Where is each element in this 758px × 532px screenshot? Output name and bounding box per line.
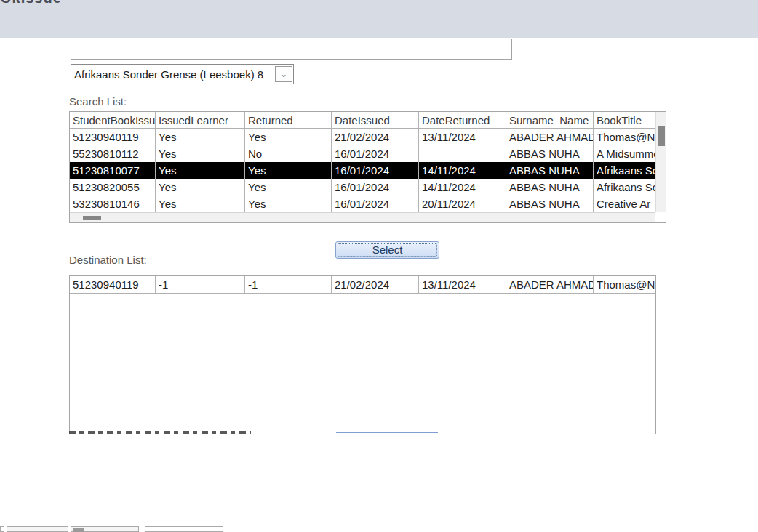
column-header: IssuedLearner <box>156 112 245 128</box>
cell: Yes <box>245 129 332 145</box>
cell: 51230940119 <box>70 276 156 293</box>
cell: Yes <box>156 129 245 145</box>
cell: ABADER AHMAD <box>506 276 594 293</box>
record-nav-fragment-thumb <box>73 528 84 532</box>
select-button[interactable]: Select <box>335 241 439 259</box>
list-item[interactable]: 53230810146 Yes Yes 16/01/2024 20/11/202… <box>70 196 655 212</box>
search-list: StudentBookIssue IssuedLearner Returned … <box>69 111 666 223</box>
cell: Yes <box>156 145 245 162</box>
cell: -1 <box>156 276 245 293</box>
cell: 53230810146 <box>70 196 156 212</box>
cell: ABBAS NUHA <box>506 145 594 162</box>
column-header: DateIssued <box>332 112 419 128</box>
cell: A Midsummer <box>594 145 655 162</box>
cell: ABADER AHMAD <box>506 129 594 145</box>
cell: Thomas@N <box>594 129 655 145</box>
record-nav-fragment <box>71 526 139 532</box>
search-input[interactable] <box>71 39 512 60</box>
cell: ABBAS NUHA <box>506 162 594 179</box>
list-item[interactable]: 55230810112 Yes No 16/01/2024 ABBAS NUHA… <box>70 145 655 162</box>
cell: 51230810077 <box>70 162 156 179</box>
book-combobox[interactable]: Afrikaans Sonder Grense (Leesboek) 8 ⌄ <box>71 64 294 84</box>
cell: -1 <box>245 276 332 293</box>
column-header: Returned <box>245 112 332 128</box>
cell: Yes <box>245 179 332 196</box>
destination-list: 51230940119 -1 -1 21/02/2024 13/11/2024 … <box>69 275 656 434</box>
cell: 51230820055 <box>70 179 156 196</box>
cell: 16/01/2024 <box>332 145 419 162</box>
clipped-text-fragment <box>69 431 251 434</box>
cell: 13/11/2024 <box>419 276 506 293</box>
cell: Yes <box>245 162 332 179</box>
list-item-selected[interactable]: 51230810077 Yes Yes 16/01/2024 14/11/202… <box>70 162 655 179</box>
record-nav-fragment <box>7 526 68 532</box>
search-list-label: Search List: <box>69 95 127 108</box>
record-search-fragment <box>145 526 223 532</box>
list-item[interactable]: 51230940119 Yes Yes 21/02/2024 13/11/202… <box>70 129 655 145</box>
chevron-down-icon: ⌄ <box>280 69 287 79</box>
cell: No <box>245 145 332 162</box>
cell: 21/02/2024 <box>332 276 419 293</box>
cell <box>419 145 506 162</box>
column-header: StudentBookIssue <box>70 112 156 128</box>
cell: 14/11/2024 <box>419 179 506 196</box>
column-header: BookTitle <box>594 112 655 128</box>
cell: 16/01/2024 <box>332 162 419 179</box>
search-list-content: StudentBookIssue IssuedLearner Returned … <box>70 112 655 212</box>
search-list-header-row: StudentBookIssue IssuedLearner Returned … <box>70 112 655 129</box>
cell: ABBAS NUHA <box>506 179 594 196</box>
form-header-band: OkIssue <box>0 0 758 38</box>
cell: Yes <box>156 162 245 179</box>
clipped-button-top-edge <box>336 432 438 434</box>
vertical-scrollbar[interactable] <box>655 112 666 212</box>
cell: Afrikaans So <box>594 179 655 196</box>
book-combobox-value: Afrikaans Sonder Grense (Leesboek) 8 <box>71 68 275 81</box>
column-header: Surname_Name <box>506 112 594 128</box>
cell: 21/02/2024 <box>332 129 419 145</box>
list-item[interactable]: 51230820055 Yes Yes 16/01/2024 14/11/202… <box>70 179 655 196</box>
cell: Creative Ar <box>594 196 655 212</box>
bottom-divider <box>0 525 758 525</box>
column-header: DateReturned <box>419 112 506 128</box>
destination-list-label: Destination List: <box>69 254 147 266</box>
horizontal-scrollbar[interactable] <box>70 212 655 222</box>
record-nav-fragment <box>0 526 4 532</box>
button-focus-ring <box>338 243 437 257</box>
list-item[interactable]: 51230940119 -1 -1 21/02/2024 13/11/2024 … <box>70 276 655 294</box>
cell: ABBAS NUHA <box>506 196 594 212</box>
horizontal-scrollbar-thumb[interactable] <box>83 216 101 220</box>
cell: 16/01/2024 <box>332 179 419 196</box>
cell: 14/11/2024 <box>419 162 506 179</box>
cell: 55230810112 <box>70 145 156 162</box>
cell: Yes <box>156 196 245 212</box>
cell: 16/01/2024 <box>332 196 419 212</box>
cell: Thomas@N <box>594 276 655 293</box>
cell: Yes <box>156 179 245 196</box>
vertical-scrollbar-thumb[interactable] <box>658 126 665 146</box>
combo-dropdown-button[interactable]: ⌄ <box>275 66 292 82</box>
cell: Yes <box>245 196 332 212</box>
form-title-clipped: OkIssue <box>0 0 87 6</box>
cell: 51230940119 <box>70 129 156 145</box>
cell: 20/11/2024 <box>419 196 506 212</box>
cell: 13/11/2024 <box>419 129 506 145</box>
cell: Afrikaans So <box>594 162 655 179</box>
